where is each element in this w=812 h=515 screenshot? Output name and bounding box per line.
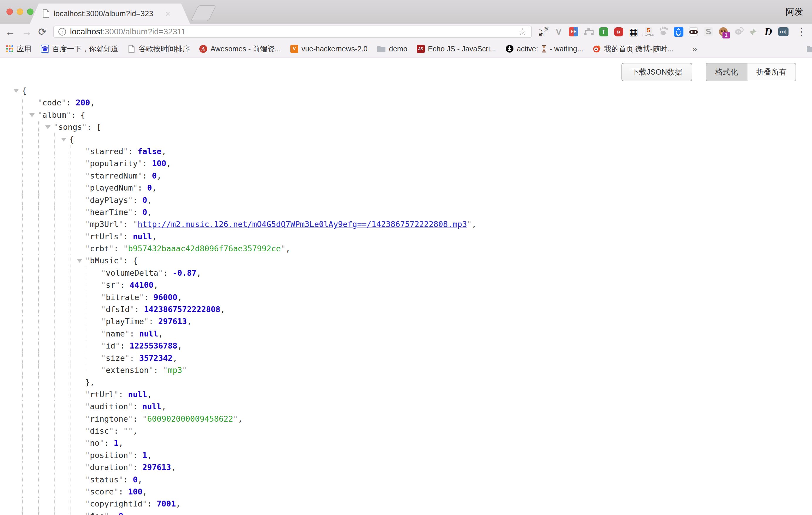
shadowsocks-extension-icon[interactable]: S: [703, 26, 714, 37]
download-json-button[interactable]: 下载JSON数据: [621, 63, 692, 81]
weibo-icon: [593, 45, 601, 53]
json-collapse-toggle-icon[interactable]: [13, 89, 19, 93]
indent-guide: [70, 510, 70, 515]
qrcode-extension-icon[interactable]: ▦: [628, 26, 639, 37]
indent-guide: [38, 121, 39, 133]
json-line: "extension": "mp3": [0, 364, 812, 376]
bookmark-google-sorted[interactable]: 谷歌按时间排序: [128, 44, 190, 54]
indent-guide: [54, 182, 55, 194]
json-collapse-toggle-icon[interactable]: [77, 259, 82, 263]
close-window-button[interactable]: [6, 8, 13, 15]
indent-guide: [54, 279, 55, 291]
sitemap-extension-icon[interactable]: [583, 26, 594, 37]
indent-guide: [54, 486, 55, 498]
indent-guide: [38, 389, 39, 400]
json-line: "size": 3572342,: [0, 352, 812, 364]
indent-guide: [38, 145, 39, 158]
url-host: localhost: [70, 27, 103, 36]
bookmark-apps[interactable]: 应用: [6, 44, 31, 54]
bookmark-label: 百度一下，你就知道: [52, 44, 118, 54]
bookmarks-overflow-chevron[interactable]: »: [692, 44, 697, 54]
json-line: "volumeDelta": -0.87,: [0, 267, 812, 279]
json-collapse-toggle-icon[interactable]: [61, 138, 66, 142]
json-code: "crbt": "b957432baaac42d8096f76ae357992c…: [85, 242, 290, 255]
indent-guide: [22, 303, 23, 315]
bookmark-active-waiting[interactable]: active: - waiting...: [505, 45, 583, 53]
apps-grid-icon: [6, 45, 13, 53]
weibo-disabled-extension-icon[interactable]: [733, 26, 744, 37]
bookmark-vue-hackernews[interactable]: V vue-hackernews-2.0: [290, 45, 368, 53]
mask-extension-icon[interactable]: [688, 26, 699, 37]
fe-extension-icon[interactable]: FE: [568, 26, 579, 37]
json-line: "popularity": 100,: [0, 158, 812, 169]
format-button[interactable]: 格式化: [706, 63, 747, 81]
tampermonkey-extension-icon[interactable]: T: [598, 26, 609, 37]
baidu-paw-icon: [41, 45, 49, 53]
bookmark-weibo-home[interactable]: 我的首页 微博-随时...: [593, 44, 673, 54]
indent-guide: [54, 376, 55, 388]
chrome-menu-icon[interactable]: ⋮: [796, 26, 807, 38]
json-collapse-toggle-icon[interactable]: [29, 113, 35, 117]
json-line: {: [0, 85, 812, 96]
bookmark-baidu[interactable]: 百度一下，你就知道: [41, 44, 118, 54]
translate-extension-icon[interactable]: 英 en ⤸: [539, 26, 549, 37]
address-bar[interactable]: i localhost:3000/album?id=32311 ☆: [53, 26, 532, 38]
json-code: "fee": 8,: [85, 510, 128, 515]
indent-guide: [70, 425, 70, 437]
bookmark-awesomes[interactable]: A Awesomes - 前端资...: [199, 44, 281, 54]
indent-guide: [38, 352, 39, 364]
json-code: "name": null,: [101, 328, 163, 340]
indent-guide: [54, 437, 55, 449]
bookmark-star-icon[interactable]: ☆: [518, 26, 527, 37]
profile-name[interactable]: 阿发: [786, 6, 803, 18]
indent-guide: [38, 158, 39, 169]
indent-guide: [54, 413, 55, 425]
bookmark-echo-js[interactable]: JS Echo JS - JavaScri...: [417, 45, 496, 53]
folder-icon: [806, 45, 812, 52]
juejin-extension-icon[interactable]: [673, 26, 684, 37]
mp3-url-link[interactable]: http://m2.music.126.net/mO4G5dQ7WPm3Le0l…: [138, 220, 467, 229]
json-code: "duration": 297613,: [85, 461, 176, 473]
indent-guide: [22, 449, 23, 461]
json-line: "no": 1,: [0, 437, 812, 449]
indent-guide: [70, 449, 70, 461]
hummingbird-extension-icon[interactable]: [748, 26, 759, 37]
browser-tab[interactable]: localhost:3000/album?id=323 ×: [30, 3, 190, 24]
html5-player-extension-icon[interactable]: 5 PLAYER: [643, 26, 654, 37]
reload-button[interactable]: ⟳: [38, 27, 47, 37]
indent-guide: [22, 291, 23, 303]
download-circle-icon: [505, 45, 514, 53]
dark-mode-extension-icon[interactable]: D: [763, 26, 774, 37]
page-info-icon[interactable]: i: [58, 28, 66, 35]
folder-icon: [377, 45, 386, 52]
js-icon: JS: [417, 45, 425, 53]
json-collapse-toggle-icon[interactable]: [45, 125, 51, 129]
indent-guide: [54, 474, 55, 486]
video-speed-extension-icon[interactable]: »: [613, 26, 624, 37]
bookmark-label: demo: [389, 45, 407, 53]
html5-player-label: PLAYER: [643, 33, 655, 36]
zoom-window-button[interactable]: [27, 8, 33, 15]
back-button[interactable]: ←: [5, 27, 15, 37]
indent-guide: [54, 400, 55, 412]
monkey-extension-icon[interactable]: 1: [718, 26, 729, 37]
json-line: "starredNum": 0,: [0, 170, 812, 182]
indent-guide: [38, 182, 39, 194]
new-tab-button[interactable]: [191, 5, 216, 21]
paw-extension-icon[interactable]: [658, 26, 669, 37]
bookmark-demo-folder[interactable]: demo: [377, 45, 407, 53]
page-content: 下载JSON数据 格式化 折叠所有 {"code": 200,"album": …: [0, 58, 812, 515]
json-code: "audition": null,: [85, 400, 166, 412]
indent-guide: [54, 389, 55, 400]
vue-devtools-extension-icon[interactable]: V: [553, 26, 564, 37]
json-line: "ringtone": "600902000009458622",: [0, 413, 812, 425]
indent-guide: [38, 425, 39, 437]
other-bookmarks-folder[interactable]: 其他书签: [806, 44, 812, 54]
indent-guide: [70, 279, 70, 291]
minimize-window-button[interactable]: [17, 8, 23, 15]
password-manager-extension-icon[interactable]: •••|: [778, 26, 788, 37]
indent-guide: [22, 121, 23, 133]
collapse-all-button[interactable]: 折叠所有: [747, 63, 795, 81]
json-code: "starredNum": 0,: [85, 170, 162, 182]
url-text[interactable]: localhost:3000/album?id=32311: [70, 27, 186, 36]
